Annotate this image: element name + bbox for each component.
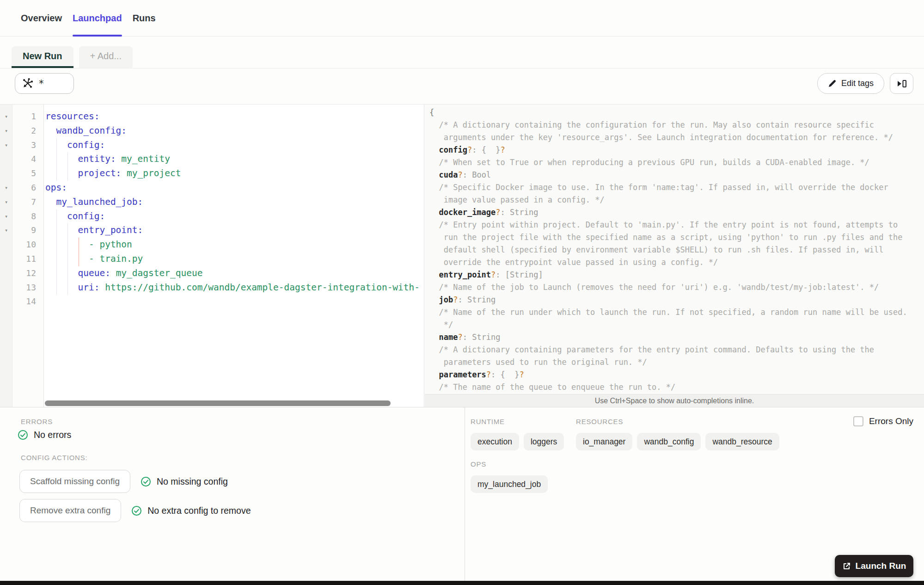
- fold-gutter-cell: [0, 252, 12, 266]
- tab-overview[interactable]: Overview: [21, 0, 62, 36]
- tag-execution[interactable]: execution: [471, 433, 519, 450]
- schema-line: /* Specific Docker image to use. In the …: [429, 181, 924, 194]
- code-text: uri: https://github.com/wandb/example-da…: [40, 281, 420, 295]
- autocomplete-hint-bar: Use Ctrl+Space to show auto-completions …: [425, 394, 924, 407]
- runtime-tags: executionloggers: [471, 433, 564, 450]
- op-splat-icon: [22, 78, 34, 90]
- schema-line: /* Name of the job to Launch (removes th…: [429, 281, 924, 294]
- fold-toggle-icon[interactable]: ▾: [0, 138, 12, 153]
- edit-tags-button[interactable]: Edit tags: [817, 73, 884, 94]
- tag-wandb-config[interactable]: wandb_config: [637, 433, 701, 450]
- errors-only-checkbox[interactable]: [853, 416, 863, 426]
- code-text: - python: [40, 238, 132, 252]
- no-errors-status: No errors: [18, 430, 71, 440]
- tag-io-manager[interactable]: io_manager: [576, 433, 632, 450]
- code-text: config:: [40, 209, 105, 224]
- launch-run-button[interactable]: Launch Run: [835, 555, 913, 577]
- errors-panel: ERRORS No errors CONFIG ACTIONS: Scaffol…: [0, 407, 465, 581]
- line-number: 10: [12, 238, 40, 252]
- schema-line: */: [429, 319, 924, 331]
- active-tab-underline: [73, 35, 122, 37]
- resource-tags: io_managerwandb_configwandb_resource: [576, 433, 779, 450]
- editor-line: ▾3 config:: [0, 138, 424, 153]
- editor-horizontal-scrollbar[interactable]: [45, 400, 391, 406]
- schema-line: /* Name of the run under which to launch…: [429, 306, 924, 319]
- line-number: 11: [12, 252, 40, 266]
- run-target-panel: RUNTIME RESOURCES Errors Only executionl…: [465, 407, 924, 581]
- fold-toggle-icon[interactable]: ▾: [0, 209, 12, 224]
- launch-run-label: Launch Run: [856, 561, 906, 571]
- editor-line: 14: [0, 295, 424, 309]
- op-selector-value: *: [38, 78, 44, 89]
- editor-line: ▾6ops:: [0, 181, 424, 195]
- schema-line: /* When set to True or when reproducing …: [429, 156, 924, 169]
- dagster-launchpad-page: OverviewLaunchpadRuns New Run+ Add...: [0, 0, 924, 585]
- scaffold-missing-config-button[interactable]: Scaffold missing config: [19, 470, 130, 493]
- editor-line: ▾8 config:: [0, 209, 424, 224]
- schema-line: docker_image?: String: [429, 206, 924, 219]
- schema-line: /* The name of the queue to enqueue the …: [429, 381, 924, 394]
- remove-extra-config-button[interactable]: Remove extra config: [19, 499, 121, 522]
- fold-toggle-icon[interactable]: ▾: [0, 195, 12, 209]
- schema-line: parameters used to run the original run.…: [429, 356, 924, 369]
- check-circle-icon: [131, 505, 142, 516]
- schema-line: job?: String: [429, 294, 924, 306]
- code-text: ops:: [40, 181, 67, 195]
- no-missing-config-text: No missing config: [157, 476, 228, 487]
- editor-line: 5 project: my_project: [0, 166, 424, 181]
- edit-tags-label: Edit tags: [841, 79, 874, 88]
- config-actions-label: CONFIG ACTIONS:: [21, 454, 88, 462]
- fold-toggle-icon[interactable]: ▾: [0, 181, 12, 195]
- code-text: entry_point:: [40, 223, 143, 238]
- window-bottom-bar: [0, 581, 924, 585]
- tab-launchpad[interactable]: Launchpad: [73, 0, 122, 36]
- subtab-new-run[interactable]: New Run: [12, 46, 73, 68]
- no-extra-config-status: No extra config to remove: [131, 505, 251, 516]
- code-text: project: my_project: [40, 166, 181, 181]
- play-into-pane-icon: [896, 79, 907, 88]
- schema-line: /* Entry point within project. Default t…: [429, 219, 924, 231]
- code-text: wandb_config:: [40, 124, 127, 138]
- schema-line: arguments under the key 'resource_args'.…: [429, 131, 924, 144]
- fold-toggle-icon[interactable]: ▾: [0, 124, 12, 138]
- fold-gutter-cell: [0, 152, 12, 166]
- remove-config-row: Remove extra config No extra config to r…: [19, 499, 251, 522]
- config-schema-panel: { /* A dictionary containing the configu…: [425, 105, 924, 394]
- line-number: 14: [12, 295, 40, 309]
- pencil-icon: [828, 79, 837, 88]
- check-circle-icon: [141, 476, 151, 487]
- tag-loggers[interactable]: loggers: [524, 433, 564, 450]
- resources-section-label: RESOURCES: [576, 418, 623, 425]
- editor-line: ▾2 wandb_config:: [0, 124, 424, 138]
- fold-gutter-cell: [0, 281, 12, 295]
- schema-line: override the entrypoint value passed in …: [429, 256, 924, 269]
- config-yaml-editor[interactable]: ▾1resources:▾2 wandb_config:▾3 config:4 …: [0, 105, 424, 407]
- tab-runs[interactable]: Runs: [133, 0, 156, 36]
- schema-line: {: [429, 106, 924, 119]
- expand-second-panel-button[interactable]: [890, 73, 913, 94]
- runtime-section-label: RUNTIME: [471, 418, 505, 425]
- op-selector-input[interactable]: *: [15, 73, 74, 94]
- schema-line: /* A dictionary containing parameters fo…: [429, 344, 924, 356]
- schema-line: config?: { }?: [429, 144, 924, 156]
- subtab-add[interactable]: + Add...: [79, 46, 133, 68]
- tab-label: Launchpad: [73, 13, 122, 24]
- tab-label: Runs: [133, 13, 156, 24]
- errors-only-toggle[interactable]: Errors Only: [853, 416, 913, 426]
- editor-line: 13 uri: https://github.com/wandb/example…: [0, 281, 424, 295]
- editor-line: 10 - python: [0, 238, 424, 252]
- schema-line: entry_point?: [String]: [429, 269, 924, 281]
- ops-tags: my_launched_job: [471, 475, 548, 493]
- fold-gutter-cell: [0, 238, 12, 252]
- no-errors-text: No errors: [34, 430, 71, 440]
- schema-line: default shell (specified by environment …: [429, 244, 924, 256]
- code-text: queue: my_dagster_queue: [40, 266, 202, 281]
- fold-toggle-icon[interactable]: ▾: [0, 223, 12, 238]
- tag-my-launched-job[interactable]: my_launched_job: [471, 475, 548, 493]
- tag-wandb-resource[interactable]: wandb_resource: [705, 433, 779, 450]
- run-config-tab-bar: New Run+ Add...: [0, 46, 924, 68]
- tab-label: Overview: [21, 13, 62, 24]
- no-extra-config-text: No extra config to remove: [147, 505, 251, 516]
- fold-toggle-icon[interactable]: ▾: [0, 110, 12, 124]
- editor-line: ▾1resources:: [0, 110, 424, 124]
